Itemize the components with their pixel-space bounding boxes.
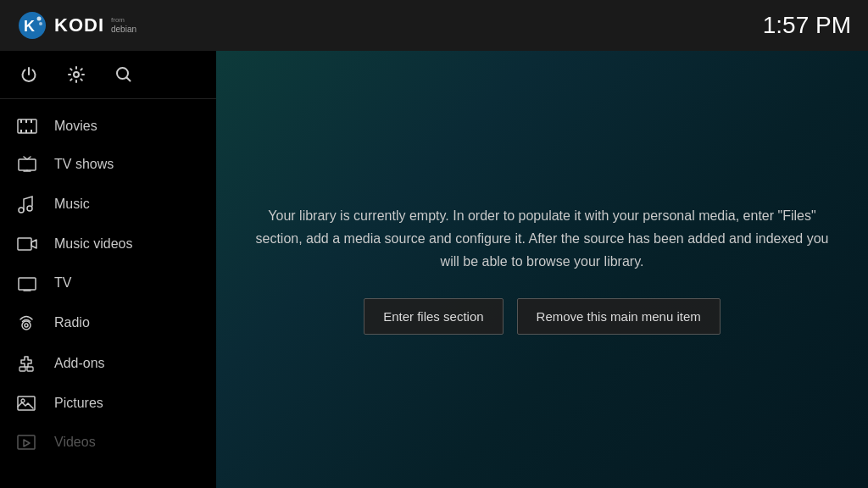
movies-label: Movies — [54, 119, 97, 134]
svg-rect-11 — [25, 130, 27, 133]
enter-files-section-button[interactable]: Enter files section — [364, 298, 503, 335]
sidebar-top-icons — [0, 51, 216, 99]
sidebar-item-tvshows[interactable]: TV shows — [0, 145, 216, 184]
svg-rect-12 — [31, 130, 32, 133]
nav-menu: Movies TV shows — [0, 99, 216, 470]
remove-menu-item-button[interactable]: Remove this main menu item — [517, 298, 721, 335]
svg-rect-8 — [25, 119, 27, 123]
empty-library-message: Your library is currently empty. In orde… — [254, 204, 831, 274]
tvshows-icon — [17, 156, 39, 173]
sidebar-item-musicvideos[interactable]: Music videos — [0, 225, 216, 263]
content-area: Your library is currently empty. In orde… — [216, 51, 868, 488]
addons-label: Add-ons — [54, 356, 105, 371]
tvshows-label: TV shows — [54, 157, 114, 172]
search-button[interactable] — [112, 63, 136, 86]
svg-rect-20 — [19, 367, 25, 371]
radio-label: Radio — [54, 315, 90, 330]
empty-library-panel: Your library is currently empty. In orde… — [237, 187, 848, 352]
sidebar-item-movies[interactable]: Movies — [0, 108, 216, 145]
addons-icon — [17, 354, 39, 373]
tv-icon — [17, 274, 39, 291]
radio-icon — [17, 313, 39, 332]
svg-rect-24 — [18, 435, 35, 449]
svg-point-18 — [22, 321, 31, 330]
svg-rect-13 — [19, 159, 36, 170]
svg-point-19 — [25, 324, 28, 327]
svg-point-14 — [19, 208, 24, 213]
kodi-logo: K KODI from debian — [17, 10, 136, 41]
sidebar-item-radio[interactable]: Radio — [0, 302, 216, 343]
svg-point-3 — [39, 22, 42, 25]
music-label: Music — [54, 197, 90, 212]
videos-label: Videos — [54, 435, 96, 450]
svg-rect-16 — [18, 238, 31, 250]
music-icon — [17, 195, 39, 214]
kodi-brand-name: KODI — [54, 14, 104, 36]
svg-text:K: K — [24, 18, 35, 35]
sidebar-item-addons[interactable]: Add-ons — [0, 343, 216, 384]
videos-icon — [17, 434, 39, 451]
pictures-label: Pictures — [54, 396, 103, 411]
svg-point-2 — [37, 17, 42, 21]
action-buttons: Enter files section Remove this main men… — [254, 298, 831, 335]
svg-rect-7 — [20, 119, 22, 123]
svg-point-4 — [74, 72, 79, 77]
kodi-platform-label: from debian — [111, 16, 136, 35]
header: K KODI from debian 1:57 PM — [0, 0, 868, 51]
header-time: 1:57 PM — [763, 12, 851, 39]
musicvideos-icon — [17, 236, 39, 252]
musicvideos-label: Music videos — [54, 236, 132, 252]
svg-rect-17 — [19, 278, 36, 290]
svg-point-15 — [27, 206, 32, 211]
main-layout: Movies TV shows — [0, 51, 868, 488]
power-button[interactable] — [17, 63, 41, 86]
settings-button[interactable] — [64, 63, 88, 86]
movies-icon — [17, 119, 39, 134]
sidebar-item-music[interactable]: Music — [0, 184, 216, 225]
sidebar-item-videos[interactable]: Videos — [0, 423, 216, 462]
svg-rect-10 — [20, 130, 22, 133]
header-left: K KODI from debian — [17, 10, 136, 41]
sidebar: Movies TV shows — [0, 51, 216, 488]
tv-label: TV — [54, 275, 71, 291]
svg-rect-21 — [27, 367, 33, 371]
svg-rect-9 — [31, 119, 32, 123]
kodi-logo-icon: K — [17, 10, 47, 41]
pictures-icon — [17, 395, 39, 412]
sidebar-item-tv[interactable]: TV — [0, 263, 216, 302]
sidebar-item-pictures[interactable]: Pictures — [0, 384, 216, 423]
